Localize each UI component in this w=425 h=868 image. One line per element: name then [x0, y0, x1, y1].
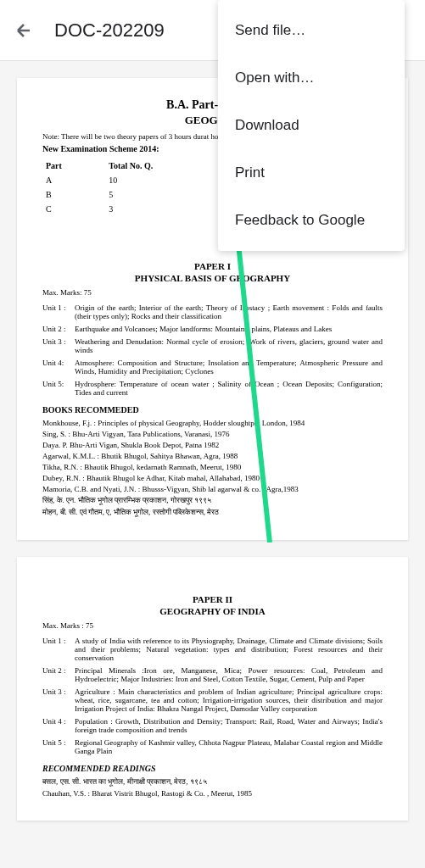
reference-line: Dubey, R.N. : Bhautik Bhugol ke Adhar, K… — [42, 474, 383, 482]
menu-download[interactable]: Download — [218, 102, 405, 149]
syllabus-unit: Unit 4 :Population : Growth, Distributio… — [42, 717, 383, 734]
reference-line: Chauhan, V.S. : Bharat Vistrit Bhugol, R… — [42, 789, 383, 798]
col-part: Part — [42, 159, 105, 173]
paper-1-subtitle: PHYSICAL BASIS OF GEOGRAPHY — [42, 273, 383, 283]
paper-2-heading: PAPER II — [42, 594, 383, 604]
max-marks-1: Max. Marks: 75 — [42, 288, 383, 297]
reference-line: Agarwal, K.M.L. : Bhutik Bhugol, Sahitya… — [42, 452, 383, 460]
reference-line: Monkhouse, F.j. : Principles of physical… — [42, 419, 383, 427]
menu-print[interactable]: Print — [218, 149, 405, 197]
document-title: DOC-202209 — [54, 19, 165, 42]
reference-line: Tikha, R.N. : Bhautik Bhugol, kedarnath … — [42, 463, 383, 471]
syllabus-unit: Unit 3 :Agriculture : Main characteristi… — [42, 687, 383, 713]
syllabus-unit: Unit 5:Hydrosphere: Temperature of ocean… — [42, 380, 383, 397]
paper-2-subtitle: GEOGRAPHY OF INDIA — [42, 606, 383, 616]
reference-line: सिंह, के. एन. भौतिक भूगोल प्रारम्भिक प्र… — [42, 496, 383, 505]
reference-line: Daya. P. Bhu-Arti Vigan, Shukla Book Dep… — [42, 441, 383, 449]
back-arrow-icon[interactable] — [14, 20, 34, 41]
syllabus-unit: Unit 4:Atmosphere: Composition and Struc… — [42, 359, 383, 376]
menu-feedback[interactable]: Feedback to Google — [218, 197, 405, 244]
paper-1-heading: PAPER I — [42, 261, 383, 271]
syllabus-unit: Unit 1 :A study of India with reference … — [42, 637, 383, 662]
overflow-menu: Send file… Open with… Download Print Fee… — [218, 0, 405, 251]
max-marks-2: Max. Marks : 75 — [42, 621, 383, 630]
recommended-heading: RECOMMENDED READINGS — [42, 764, 383, 773]
reference-line: Mamoria, C.B. and Nyati, J.N. : Bhusss-V… — [42, 485, 383, 493]
syllabus-unit: Unit 3 :Weathering and Denudation: Norma… — [42, 337, 383, 354]
books-heading: BOOKS RECOMMEDED — [42, 405, 383, 415]
reference-line: बसल, एस. सी. भारत का भूगोल, मीनाक्षी प्र… — [42, 777, 383, 787]
document-page-2: PAPER II GEOGRAPHY OF INDIA Max. Marks :… — [17, 557, 408, 821]
syllabus-unit: Unit 1 :Origin of the earth; Interior of… — [42, 303, 383, 320]
reference-line: Sing, S. : Bhu-Arti Vigyan, Tara Publica… — [42, 430, 383, 438]
reference-line: मोहन, बी. सी. एवं गौतम, ए, भौतिक भूगोल, … — [42, 508, 383, 517]
syllabus-unit: Unit 2 :Principal Minerals :Iron ore, Ma… — [42, 666, 383, 683]
syllabus-unit: Unit 5 :Regional Geography of Kashmir va… — [42, 738, 383, 755]
menu-open-with[interactable]: Open with… — [218, 54, 405, 102]
menu-send-file[interactable]: Send file… — [218, 7, 405, 54]
syllabus-unit: Unit 2 :Earthquake and Volcanoes; Major … — [42, 325, 383, 333]
